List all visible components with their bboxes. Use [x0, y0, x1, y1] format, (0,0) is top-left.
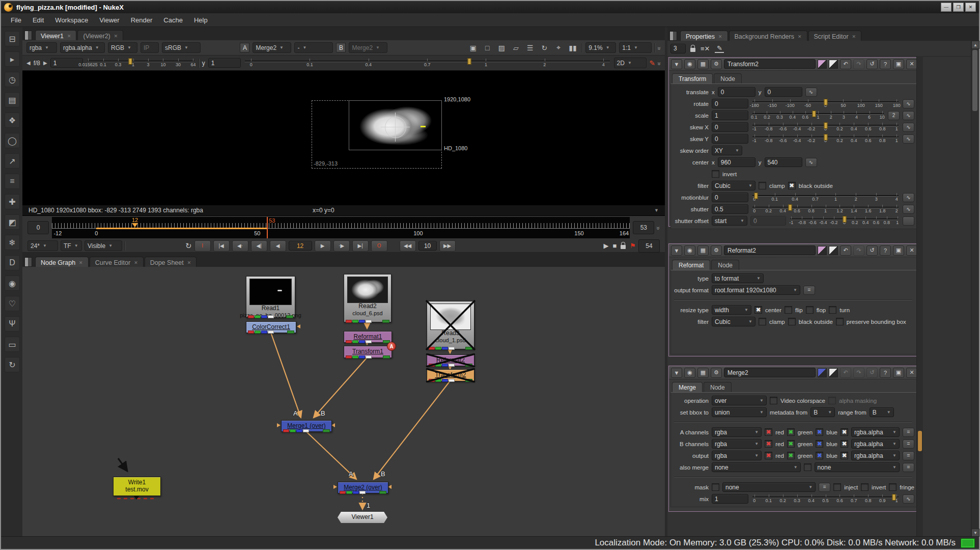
panel-title-input[interactable]: Reformat2	[724, 245, 816, 255]
transform-rotate-handle[interactable]	[421, 126, 426, 127]
transform2-shutter-input[interactable]: 0.5	[712, 204, 748, 214]
transform2-rotate-curve-button[interactable]: ∿	[903, 99, 914, 108]
transform2-skew-y-input[interactable]: 0	[712, 134, 748, 144]
minimize-button[interactable]: —	[941, 3, 951, 12]
gamma-slider-track[interactable]: 00.10.40.7124	[244, 58, 611, 69]
close-icon[interactable]: ✕	[187, 260, 191, 265]
transform2-scale-curve-button[interactable]: ∿	[903, 111, 914, 120]
reformat2-resize-type-checkbox[interactable]	[829, 306, 836, 314]
undo-icon[interactable]: ↶	[840, 59, 851, 69]
close-icon[interactable]: ✕	[718, 34, 722, 39]
dock-scrollbar[interactable]: ▲ ▼	[971, 41, 979, 537]
close-icon[interactable]: ✕	[852, 34, 856, 39]
toolbar-select-tool-icon[interactable]: ▸	[5, 51, 20, 67]
panel-tab-transform[interactable]: Transform	[672, 73, 713, 84]
layer-select[interactable]: rgba▼	[26, 42, 57, 53]
toolbar-particles-icon[interactable]: ❄	[5, 235, 20, 250]
nodegraph-tab-curve-editor[interactable]: Curve Editor✕	[90, 257, 144, 268]
transform2-filter-checkbox[interactable]	[759, 182, 766, 189]
transform2-skew-order-select[interactable]: XY▼	[712, 146, 742, 155]
merge2-a-channels-button[interactable]: =	[903, 428, 914, 437]
node-color-swatch[interactable]	[818, 246, 827, 255]
node-colorcorrect1[interactable]: ColorCorrect1	[246, 321, 296, 333]
merge2-mask-checkbox[interactable]	[889, 483, 897, 491]
settings-icon[interactable]: ⚙	[711, 59, 722, 69]
range-start-input[interactable]: 0	[27, 221, 49, 234]
redo-icon[interactable]: ↷	[853, 59, 864, 69]
float-panel-icon[interactable]: ▣	[893, 245, 904, 256]
merge2-b-channels-button[interactable]: =	[903, 439, 914, 449]
collapse-chevron-icon[interactable]: »	[655, 227, 662, 229]
gl-color-swatch[interactable]	[829, 368, 838, 377]
merge2-operation-checkbox[interactable]	[770, 397, 777, 404]
toolbar-transform-icon[interactable]: ◩	[5, 214, 20, 230]
goto-end-button[interactable]: ▶|	[352, 240, 369, 252]
node-transform1[interactable]: Transform1A	[344, 346, 392, 358]
toolbar-image-icon[interactable]: ▤	[5, 92, 20, 107]
merge2-set-bbox-to-select[interactable]: B▼	[810, 407, 835, 417]
reformat2-filter-checkbox[interactable]	[759, 318, 766, 325]
menu-item-cache[interactable]: Cache	[159, 15, 187, 25]
frame-increment-input[interactable]: 10	[418, 241, 437, 251]
merge2-a-channels-select[interactable]: rgba▼	[712, 427, 762, 437]
node-color-swatch[interactable]	[818, 368, 827, 377]
menu-item-viewer[interactable]: Viewer	[95, 15, 124, 25]
merge2-output-select[interactable]: rgba▼	[712, 451, 762, 460]
transform2-skew-y-slider[interactable]: -1-0.8-0.6-0.4-0.200.20.40.60.81	[751, 133, 900, 145]
panel-title-input[interactable]: Merge2	[724, 368, 816, 377]
frame-format-icon[interactable]: ▣	[467, 43, 479, 53]
merge2-operation-select[interactable]: over▼	[712, 396, 767, 405]
prev-keyframe-button[interactable]: ◀·	[232, 240, 248, 252]
reformat2-resize-type-checkbox[interactable]	[785, 306, 792, 314]
toolbar-update-icon[interactable]: ↻	[5, 357, 20, 372]
reformat2-filter-select[interactable]: Cubic▼	[712, 317, 755, 326]
roi-icon[interactable]: ⌖	[552, 43, 565, 53]
slider-handle[interactable]	[128, 58, 132, 65]
chevron-down-icon[interactable]: ▼	[654, 208, 659, 213]
frame-marker[interactable]	[132, 223, 138, 230]
slider-handle[interactable]	[892, 494, 895, 501]
input-a-select[interactable]: Merge2▼	[253, 42, 291, 53]
lock-panels-icon[interactable]	[690, 48, 695, 52]
transform2-skew-y-curve-button[interactable]: ∿	[903, 134, 914, 144]
gamma-input[interactable]: 1	[208, 58, 241, 68]
merge2-set-bbox-to-select[interactable]: B▼	[870, 407, 894, 417]
flipbook-render-icon[interactable]: ⚑	[630, 242, 636, 250]
play-backward-button[interactable]: ◀	[270, 240, 286, 252]
panel-scrollbar[interactable]	[916, 56, 923, 537]
toolbar-storage-icon[interactable]: ▭	[5, 337, 20, 352]
transform-center-widget[interactable]	[385, 117, 406, 138]
viewer-tab-viewer2[interactable]: (Viewer2)✕	[77, 30, 123, 41]
toolbar-metadata-icon[interactable]: ♡	[5, 296, 20, 311]
toolbar-color-icon[interactable]: ◯	[5, 133, 20, 148]
node-read2[interactable]: Read2cloud_6.psd	[344, 274, 391, 322]
node-read3[interactable]: Read3cloud_1.psd	[427, 301, 474, 349]
gl-color-swatch[interactable]	[829, 60, 838, 69]
alpha-select[interactable]: rgba.alpha▼	[60, 42, 105, 53]
fstop-label[interactable]: f/8	[34, 60, 40, 67]
close-button[interactable]: ✕	[965, 3, 976, 12]
slider-handle[interactable]	[468, 58, 471, 65]
timeline-mode-select[interactable]: TF▼	[61, 240, 82, 251]
menu-item-file[interactable]: File	[6, 15, 26, 25]
merge2-output-checkbox[interactable]: ✖	[765, 452, 772, 459]
viewer-tab-viewer1[interactable]: Viewer1✕	[35, 30, 76, 41]
transform2-shutter-curve-button[interactable]: ∿	[903, 205, 914, 214]
panel-grip-icon[interactable]	[24, 257, 32, 267]
float-panel-icon[interactable]: ▣	[893, 59, 904, 69]
merge2-b-channels-checkbox[interactable]: ✖	[841, 440, 848, 448]
center-node-icon[interactable]: ◉	[684, 245, 695, 256]
scroll-down-icon[interactable]: ▼	[971, 529, 979, 537]
current-frame-input[interactable]: 12	[289, 241, 312, 251]
panel-tab-reformat[interactable]: Reformat	[672, 260, 710, 270]
toolbar-channel-icon[interactable]: ≡	[5, 174, 20, 189]
reformat2-resize-type-checkbox[interactable]	[806, 306, 814, 314]
transform2-shutter-offset-button[interactable]	[903, 216, 914, 226]
redo-icon[interactable]: ↷	[853, 368, 864, 378]
slider-handle[interactable]	[754, 193, 758, 199]
panel-grip-icon[interactable]	[669, 31, 677, 41]
menu-item-render[interactable]: Render	[126, 15, 157, 25]
panel-tab-merge[interactable]: Merge	[672, 382, 703, 392]
merge2-b-channels-checkbox[interactable]: ✖	[787, 440, 795, 448]
merge2-a-channels-checkbox[interactable]: ✖	[841, 428, 848, 436]
